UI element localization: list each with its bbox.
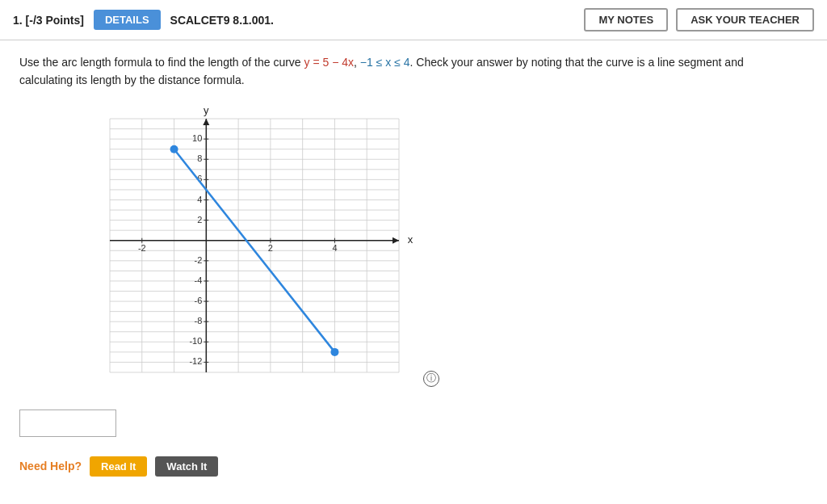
info-icon[interactable]: ⓘ — [423, 371, 439, 387]
problem-text-before: Use the arc length formula to find the l… — [19, 56, 304, 69]
need-help-row: Need Help? Read It Watch It — [19, 456, 808, 477]
problem-text: Use the arc length formula to find the l… — [19, 53, 762, 90]
my-notes-button[interactable]: MY NOTES — [584, 8, 668, 32]
header-bar: 1. [-/3 Points] DETAILS SCALCET9 8.1.001… — [0, 0, 827, 40]
problem-text-comma: , — [354, 56, 360, 69]
header-right-buttons: MY NOTES ASK YOUR TEACHER — [584, 8, 814, 32]
equation: y = 5 − 4x — [304, 56, 354, 69]
question-number: 1. [-/3 Points] — [13, 14, 84, 27]
ask-teacher-button[interactable]: ASK YOUR TEACHER — [676, 8, 814, 32]
details-button[interactable]: DETAILS — [94, 10, 161, 30]
watch-it-button[interactable]: Watch It — [155, 456, 218, 477]
content-area: Use the arc length formula to find the l… — [0, 40, 827, 493]
graph-canvas — [68, 104, 415, 395]
need-help-label: Need Help? — [19, 460, 82, 472]
graph-container: ⓘ — [68, 104, 415, 395]
read-it-button[interactable]: Read It — [90, 456, 147, 477]
answer-input-box[interactable] — [19, 410, 116, 437]
domain: −1 ≤ x ≤ 4 — [360, 56, 410, 69]
problem-code: SCALCET9 8.1.001. — [170, 14, 274, 27]
